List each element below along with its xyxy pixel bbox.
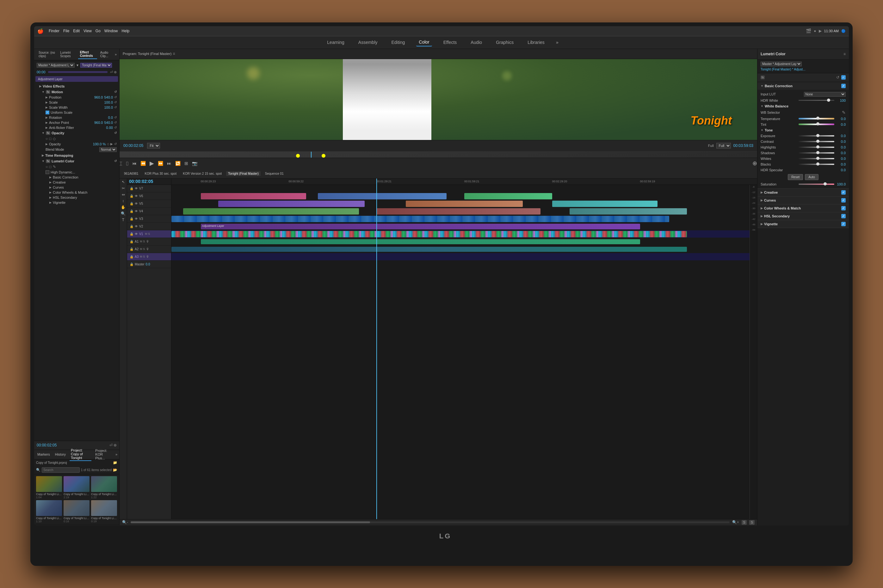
tl-clip-v5-1[interactable] (218, 201, 365, 207)
lumetri-hdr-white-slider[interactable] (799, 100, 835, 101)
ec-lumetri-reset-icon[interactable]: ↺ (114, 159, 117, 163)
lumetri-bc-checkbox[interactable]: ✓ (841, 84, 846, 88)
tab-audio[interactable]: Audio (468, 39, 484, 46)
lumetri-enable-icon[interactable]: ↺ (836, 75, 839, 80)
ec-lumetri-header[interactable]: ▼ fx Lumetri Color ↺ (42, 158, 117, 164)
tl-lock-v2[interactable]: 🔒 (130, 225, 134, 228)
lumetri-blacks-slider[interactable] (799, 164, 835, 165)
tl-zoom-in-icon[interactable]: 🔍+ (732, 520, 739, 525)
ec-antiflicker-value[interactable]: 0.00 (106, 126, 113, 129)
lumetri-creative-header[interactable]: ▶ Creative ✓ (757, 189, 849, 196)
tl-lock-v1[interactable]: 🔒 (130, 232, 134, 236)
tl-clip-a2[interactable] (171, 247, 687, 252)
ec-anchor-x[interactable]: 960.0 (94, 121, 103, 124)
ec-scale-value[interactable]: 100.0 (104, 100, 113, 104)
menubar-window[interactable]: Window (104, 29, 118, 33)
tab-assembly[interactable]: Assembly (356, 39, 380, 46)
tl-tool-razor[interactable]: ✂ (122, 186, 125, 190)
tl-lock-master[interactable]: 🔒 (130, 262, 134, 266)
lumetri-tone-header[interactable]: ▼ Tone (757, 128, 849, 133)
tl-tool-select[interactable]: ↖ (122, 180, 125, 184)
ec-position-y[interactable]: 540.0 (104, 95, 113, 99)
ec-uniform-scale-checkbox[interactable]: ✓ (45, 111, 49, 114)
lumetri-hsl-header[interactable]: ▶ HSL Secondary ✓ (757, 212, 849, 220)
ec-opacity-header[interactable]: ▼ fx Opacity ↺ (42, 130, 117, 136)
media-item-2[interactable]: Copy of Tonight Linked... 2:19 (63, 476, 90, 499)
ec-position-x[interactable]: 960.0 (94, 95, 103, 99)
menubar-finder[interactable]: Finder (49, 29, 59, 33)
pm-play-btn[interactable]: ▶ (150, 160, 154, 167)
lumetri-whites-slider[interactable] (799, 158, 835, 159)
tl-lock-v3[interactable]: 🔒 (130, 217, 134, 220)
tl-eye-v1[interactable]: 👁 (135, 232, 138, 236)
tab-editing[interactable]: Editing (389, 39, 408, 46)
panel-more-icon[interactable]: » (115, 52, 117, 56)
tl-clip-v4-2[interactable] (376, 208, 540, 214)
tl-tool-hand[interactable]: ✋ (121, 205, 126, 210)
lumetri-curves-header[interactable]: ▶ Curves ✓ (757, 196, 849, 204)
tab-effects[interactable]: Effects (441, 39, 460, 46)
ec-time-remapping-header[interactable]: ▶ Time Remapping (42, 153, 117, 158)
tab-markers[interactable]: Markers (36, 452, 51, 457)
ec-curves-row[interactable]: ▶ Curves (45, 185, 117, 190)
media-item-6[interactable]: Copy of Tonight Linked... 0:19 (91, 500, 117, 523)
tl-track-v6[interactable] (171, 192, 757, 200)
tab-project-copy[interactable]: Project: Copy of Tonight (69, 448, 92, 461)
pm-loop[interactable]: 🔁 (175, 161, 181, 166)
tl-lock-v6[interactable]: 🔒 (130, 194, 134, 198)
tl-tool-text[interactable]: T (122, 218, 124, 222)
pm-timecode-in[interactable]: 00:00:02:05 (123, 144, 143, 148)
tab-effect-controls[interactable]: Effect Controls (78, 50, 97, 59)
tab-graphics[interactable]: Graphics (493, 39, 516, 46)
lumetri-master-dropdown[interactable]: Master * Adjustment Layer (761, 62, 802, 66)
tl-clip-v5-3[interactable] (552, 201, 657, 207)
tl-clip-v4-3[interactable] (570, 208, 687, 214)
tl-clip-v6-1[interactable] (201, 193, 306, 200)
ec-opacity-pct[interactable]: 100.0 % (93, 142, 105, 146)
lumetri-exposure-slider[interactable] (799, 135, 835, 136)
tl-clip-v4-1[interactable] (183, 208, 359, 214)
tab-history[interactable]: History (54, 452, 67, 457)
pm-scrub-bar[interactable] (120, 152, 757, 158)
pm-mark-in[interactable]: ⌶ (120, 161, 122, 166)
tl-tab-kor15[interactable]: KOR Version 2 15 sec. spot (181, 171, 224, 176)
tl-eye-v6[interactable]: 👁 (135, 194, 138, 198)
lumetri-saturation-slider[interactable] (799, 184, 835, 185)
tl-clip-v6-2[interactable] (318, 193, 447, 200)
tl-lock-v7[interactable]: 🔒 (130, 187, 134, 190)
tl-track-v1[interactable] (171, 230, 757, 238)
tl-snap2-button[interactable]: S (749, 520, 755, 525)
tl-eye-v2[interactable]: 👁 (135, 225, 138, 228)
lumetri-creative-checkbox[interactable]: ✓ (841, 190, 846, 195)
tl-track-master[interactable] (171, 261, 757, 268)
tl-track-a1[interactable] (171, 238, 757, 246)
ec-high-dynamic-checkbox[interactable] (45, 170, 49, 174)
timeline-content-area[interactable]: 00:00:29:23 00:00:59:22 00:01:29:21 00:0… (171, 178, 757, 519)
pm-timecode-out[interactable]: 00:03:59:03 (733, 144, 753, 148)
tl-snap-button[interactable]: S (742, 520, 747, 525)
tl-scroll-bar[interactable] (131, 521, 730, 523)
lumetri-wb-header[interactable]: ▼ White Balance (757, 104, 849, 109)
tl-eye-v5[interactable]: 👁 (135, 202, 138, 206)
ec-master-dropdown[interactable]: Master * Adjustment La... (37, 63, 75, 68)
tab-color[interactable]: Color (416, 38, 432, 46)
tl-clip-al-v2[interactable]: Adjustment Layer (201, 224, 640, 230)
tl-track-v5[interactable] (171, 200, 757, 208)
tl-clip-v6-3[interactable] (464, 193, 552, 200)
tab-learning[interactable]: Learning (325, 39, 347, 46)
ec-scale-width-value[interactable]: 100.0 (104, 105, 113, 110)
lumetri-hsl-checkbox[interactable]: ✓ (841, 214, 846, 218)
pm-step-back[interactable]: ⏪ (140, 161, 146, 166)
ec-anchor-y[interactable]: 540.0 (104, 121, 113, 124)
lumetri-wb-eyedropper-icon[interactable]: ✎ (842, 110, 846, 115)
ec-keyframe-icon[interactable]: ◇ ▶ (107, 142, 113, 146)
lumetri-highlights-slider[interactable] (799, 147, 835, 148)
media-item-4[interactable]: Copy of Tonight Linked... 1:10 (36, 500, 62, 523)
tl-track-a3[interactable] (171, 253, 757, 261)
ec-opacity-reset-icon[interactable]: ↺ (114, 131, 117, 135)
menubar-view[interactable]: View (83, 29, 92, 33)
lumetri-temperature-slider[interactable] (799, 118, 835, 119)
tl-lock-v4[interactable]: 🔒 (130, 210, 134, 213)
ec-hsl-secondary-row[interactable]: ▶ HSL Secondary (45, 195, 117, 200)
pm-mark-out[interactable]: ⌷ (126, 161, 128, 166)
